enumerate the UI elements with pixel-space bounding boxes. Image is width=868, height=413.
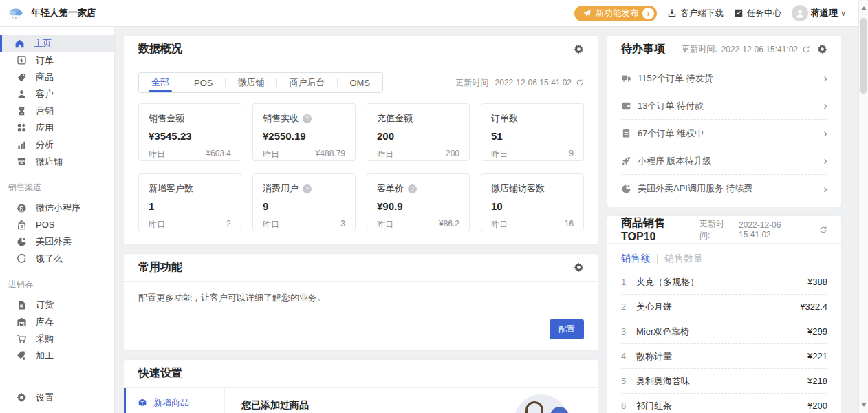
sidebar-item-label: 商品 — [36, 71, 54, 83]
sidebar-item-marketing[interactable]: 营销 — [0, 103, 114, 120]
person-icon — [17, 89, 27, 99]
truck-icon — [621, 73, 631, 83]
stat-card-avg-order-value: 客单价? ¥90.9 昨日¥86.2 — [367, 173, 470, 231]
stat-cards-grid: 销售金额 ¥3545.23 昨日¥603.4 销售实收? ¥2550.19 昨日… — [124, 94, 598, 244]
sidebar-item-pos[interactable]: S POS — [0, 217, 114, 234]
tag-plus-icon — [17, 350, 27, 361]
product-sales: ¥322.4 — [800, 301, 827, 312]
sidebar-item-stock[interactable]: 库存 — [0, 314, 114, 331]
sidebar-item-home[interactable]: 主页 — [0, 35, 114, 52]
cart-icon — [17, 334, 27, 344]
vertical-scrollbar[interactable] — [858, 0, 868, 413]
update-time-label: 更新时间: — [682, 43, 717, 55]
sidebar-item-orders[interactable]: 订单 — [0, 52, 114, 70]
yesterday-value: ¥86.2 — [439, 219, 459, 231]
quick-setup-tab-add-product[interactable]: 新增商品 — [124, 388, 224, 413]
sidebar-item-label: 分析 — [36, 138, 54, 151]
quick-setup-title: 快速设置 — [138, 366, 182, 381]
todo-list: 1152个订单 待发货 › 13个订单 待付款 › 67个订单 维权中 › — [607, 63, 841, 206]
top10-tab-sales-quantity[interactable]: 销售数量 — [664, 253, 703, 265]
top10-row: 2 美心月饼 ¥322.4 — [621, 295, 827, 319]
todo-item-meituan-api-renewal[interactable]: 美团外卖API调用服务 待续费 › — [621, 175, 827, 202]
quick-setup-panel: 快速设置 新增商品 设计商城 您已添加过商品 — [124, 359, 598, 413]
common-functions-gear-icon[interactable] — [574, 262, 584, 273]
configure-button[interactable]: 配置 — [550, 319, 584, 339]
scroll-up-arrow-icon[interactable] — [861, 6, 867, 10]
top10-row: 5 奥利奥海苔味 ¥218 — [621, 369, 827, 394]
top10-tab-sales-amount[interactable]: 销售额 — [621, 253, 650, 265]
sidebar-item-label: 营销 — [36, 105, 54, 117]
meituan-icon — [17, 237, 27, 247]
refresh-icon[interactable] — [802, 45, 810, 54]
sidebar-item-label: 采购 — [36, 332, 54, 345]
sidebar-item-procurement[interactable]: 采购 — [0, 330, 114, 348]
update-time-value: 2022-12-06 15:41:02 — [495, 78, 572, 87]
client-download-button[interactable]: 客户端下载 — [667, 8, 724, 19]
quick-setup-tab-list: 新增商品 设计商城 — [124, 388, 225, 413]
sidebar-item-label: 饿了么 — [36, 253, 63, 265]
todo-item-pending-payment[interactable]: 13个订单 待付款 › — [621, 92, 827, 120]
update-time-label: 更新时间: — [455, 77, 490, 89]
refresh-icon[interactable] — [576, 78, 584, 87]
todo-item-miniprogram-upgrade[interactable]: 小程序 版本待升级 › — [621, 147, 827, 175]
new-feature-button[interactable]: 新功能发布 › — [574, 6, 658, 21]
sidebar-item-settings[interactable]: 设置 — [0, 390, 114, 407]
user-menu[interactable]: 蒋道理 ∨ — [792, 5, 846, 21]
product-name: 散称计量 — [636, 350, 672, 363]
tab-all[interactable]: 全部 — [139, 73, 182, 92]
help-icon[interactable]: ? — [303, 184, 312, 193]
stat-card-sales-received: 销售实收? ¥2550.19 昨日¥488.79 — [252, 103, 356, 161]
stat-label: 消费用户 — [263, 182, 299, 195]
update-time-value: 2022-12-06 15:41:02 — [739, 220, 815, 240]
chevron-right-icon: › — [823, 72, 827, 84]
svg-text:S: S — [20, 224, 23, 229]
tab-merchant-backend[interactable]: 商户后台 — [276, 73, 337, 92]
sidebar-item-label: 微信小程序 — [36, 202, 80, 214]
document-icon — [17, 300, 27, 310]
tab-pos[interactable]: POS — [182, 73, 225, 92]
sidebar-item-apps[interactable]: 应用 — [0, 120, 114, 137]
sidebar-item-analytics[interactable]: 分析 — [0, 136, 114, 153]
todo-item-rights-protection[interactable]: 67个订单 维权中 › — [621, 120, 827, 147]
todo-gear-icon[interactable] — [817, 44, 827, 54]
sidebar-item-customers[interactable]: 客户 — [0, 86, 114, 103]
task-center-button[interactable]: 任务中心 — [734, 8, 781, 19]
sidebar-item-label: 微店铺 — [36, 156, 63, 168]
sidebar-item-ordering[interactable]: 订货 — [0, 297, 114, 314]
rocket-icon — [621, 156, 631, 166]
apps-grid-icon — [17, 123, 27, 133]
overview-update-time: 更新时间: 2022-12-06 15:41:02 — [455, 77, 584, 89]
sidebar: 主页 订单 商品 客户 营销 应用 分析 微店铺 销售渠道 微信小程序 S PO… — [0, 27, 115, 413]
scroll-down-arrow-icon[interactable] — [861, 403, 867, 407]
refresh-icon[interactable] — [819, 226, 827, 234]
main-area: 数据概况 全部 POS 微店铺 商户后台 OMS 更新时间: — [116, 27, 858, 413]
stat-card-sales-amount: 销售金额 ¥3545.23 昨日¥603.4 — [138, 103, 241, 161]
sidebar-item-label: 设置 — [36, 392, 54, 404]
circle-arrow-icon: › — [642, 8, 654, 19]
stat-value: ¥3545.23 — [149, 130, 231, 142]
stat-card-microstore-visitors: 微店铺访客数 10 昨日16 — [481, 173, 584, 231]
sidebar-item-microstore[interactable]: 微店铺 — [0, 153, 114, 171]
meituan-icon — [621, 184, 631, 194]
sidebar-item-goods[interactable]: 商品 — [0, 69, 114, 86]
todo-item-text: 美团外卖API调用服务 待续费 — [638, 182, 753, 195]
scrollbar-thumb[interactable] — [860, 18, 867, 94]
stat-value: 10 — [491, 200, 574, 212]
help-icon[interactable]: ? — [408, 184, 417, 193]
todo-update-time: 更新时间: 2022-12-06 15:41:02 — [682, 43, 810, 55]
sidebar-item-processing[interactable]: 加工 — [0, 348, 114, 365]
help-icon[interactable]: ? — [303, 114, 312, 123]
todo-item-pending-shipment[interactable]: 1152个订单 待发货 › — [621, 65, 827, 92]
stat-label: 销售金额 — [149, 112, 184, 125]
sidebar-item-eleme[interactable]: 饿了么 — [0, 251, 114, 268]
top10-row: 1 夹克（多规格） ¥388 — [621, 270, 827, 295]
yesterday-label: 昨日 — [263, 149, 279, 160]
sidebar-section-inventory: 进销存 — [0, 279, 114, 290]
sidebar-item-meituan[interactable]: 美团外卖 — [0, 233, 114, 251]
sidebar-item-wechat-miniprogram[interactable]: 微信小程序 — [0, 200, 114, 217]
chevron-right-icon: › — [823, 100, 827, 112]
yesterday-value: 16 — [565, 219, 574, 231]
tab-oms[interactable]: OMS — [337, 73, 382, 92]
tab-microstore[interactable]: 微店铺 — [225, 73, 276, 92]
overview-settings-gear-icon[interactable] — [574, 44, 584, 54]
